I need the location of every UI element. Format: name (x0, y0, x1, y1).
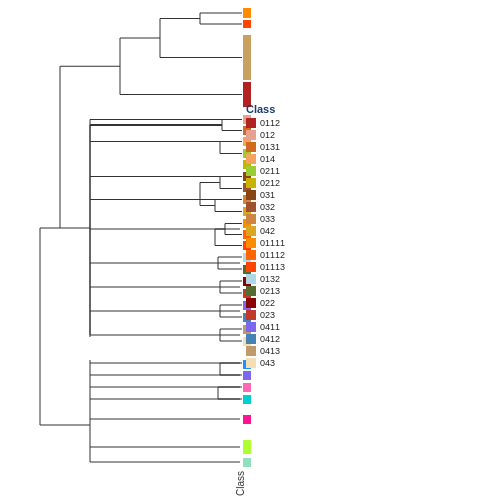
legend-item: 012 (246, 129, 285, 140)
legend-label: 0132 (260, 274, 280, 284)
legend-label: 031 (260, 190, 275, 200)
legend-swatch (246, 226, 256, 236)
legend-label: 0213 (260, 286, 280, 296)
legend: Class 0112012013101402110212031032033042… (246, 103, 285, 369)
legend-item: 0132 (246, 273, 285, 284)
legend-item: 022 (246, 297, 285, 308)
legend-label: 0411 (260, 322, 280, 332)
legend-swatch (246, 130, 256, 140)
legend-label: 022 (260, 298, 275, 308)
legend-swatch (246, 166, 256, 176)
legend-swatch (246, 154, 256, 164)
legend-item: 0411 (246, 321, 285, 332)
legend-swatch (246, 238, 256, 248)
legend-swatch (246, 202, 256, 212)
legend-label: 012 (260, 130, 275, 140)
legend-label: 0112 (260, 118, 280, 128)
legend-item: 032 (246, 201, 285, 212)
legend-items: 0112012013101402110212031032033042011110… (246, 117, 285, 368)
legend-item: 0213 (246, 285, 285, 296)
legend-swatch (246, 262, 256, 272)
legend-swatch (246, 274, 256, 284)
legend-item: 01113 (246, 261, 285, 272)
legend-item: 023 (246, 309, 285, 320)
legend-label: 0211 (260, 166, 280, 176)
legend-item: 01111 (246, 237, 285, 248)
legend-label: 014 (260, 154, 275, 164)
legend-label: 023 (260, 310, 275, 320)
legend-label: 01111 (260, 238, 285, 248)
legend-swatch (246, 310, 256, 320)
legend-title: Class (246, 103, 285, 115)
legend-swatch (246, 298, 256, 308)
legend-item: 0412 (246, 333, 285, 344)
legend-label: 032 (260, 202, 275, 212)
legend-label: 0413 (260, 346, 280, 356)
legend-item: 0413 (246, 345, 285, 356)
legend-item: 0131 (246, 141, 285, 152)
legend-label: 0131 (260, 142, 280, 152)
legend-item: 01112 (246, 249, 285, 260)
legend-item: 0112 (246, 117, 285, 128)
legend-swatch (246, 142, 256, 152)
legend-label: 0412 (260, 334, 280, 344)
legend-item: 033 (246, 213, 285, 224)
legend-swatch (246, 334, 256, 344)
legend-item: 042 (246, 225, 285, 236)
legend-swatch (246, 358, 256, 368)
bottom-class-label: Class (235, 471, 246, 496)
legend-label: 0212 (260, 178, 280, 188)
legend-swatch (246, 190, 256, 200)
legend-label: 01113 (260, 262, 285, 272)
legend-swatch (246, 118, 256, 128)
legend-swatch (246, 286, 256, 296)
legend-item: 043 (246, 357, 285, 368)
legend-swatch (246, 322, 256, 332)
legend-label: 043 (260, 358, 275, 368)
main-container: Class 0112012013101402110212031032033042… (0, 0, 504, 504)
legend-label: 01112 (260, 250, 285, 260)
legend-item: 031 (246, 189, 285, 200)
legend-item: 0212 (246, 177, 285, 188)
legend-swatch (246, 346, 256, 356)
legend-swatch (246, 178, 256, 188)
legend-label: 033 (260, 214, 275, 224)
legend-item: 014 (246, 153, 285, 164)
legend-item: 0211 (246, 165, 285, 176)
legend-swatch (246, 250, 256, 260)
legend-swatch (246, 214, 256, 224)
legend-label: 042 (260, 226, 275, 236)
